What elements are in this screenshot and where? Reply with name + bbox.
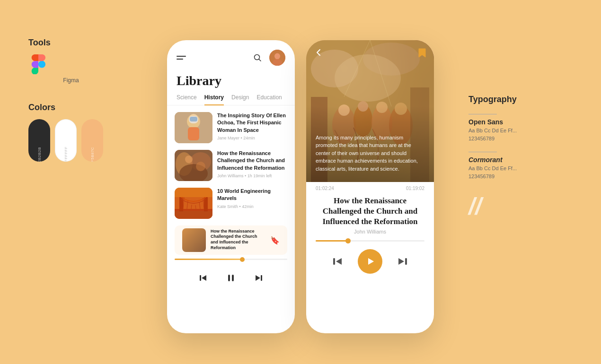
svg-point-16: [196, 162, 205, 171]
progress-dot: [240, 257, 245, 262]
progress-fill: [175, 259, 242, 260]
bridge-img: [175, 188, 212, 219]
svg-line-1: [259, 60, 261, 61]
svg-point-0: [255, 55, 260, 60]
tab-history[interactable]: History: [204, 94, 224, 105]
swatch-white: #FFFFFF: [55, 119, 77, 162]
slash-decoration: //: [468, 194, 573, 218]
player2-play-button[interactable]: [358, 249, 382, 274]
hamburger-icon[interactable]: [177, 56, 186, 60]
phone1-header: [167, 40, 295, 70]
item-thumb-1: [175, 112, 212, 143]
font-preview-cormorant: Aa Bb Cc Dd Ee Ff... 123456789: [468, 165, 573, 180]
item-meta-1: Jane Mayer • 24min: [217, 136, 287, 140]
now-playing-title: How the Renaissance Challenged the Churc…: [211, 229, 265, 251]
figma-label: Figma: [28, 77, 114, 84]
playing-progress: [167, 259, 295, 260]
font-item-cormorant: Cormorant Aa Bb Cc Dd Ee Ff... 123456789: [468, 152, 573, 180]
library-title: Library: [167, 70, 295, 94]
player2-next-button[interactable]: [398, 256, 408, 267]
colors-title: Colors: [28, 103, 114, 113]
svg-marker-51: [368, 258, 374, 265]
svg-point-38: [335, 54, 401, 102]
player-bookmark-icon[interactable]: [418, 48, 426, 58]
item-title-3: 10 World Engineering Marvels: [217, 188, 287, 202]
tab-science[interactable]: Science: [177, 94, 197, 105]
svg-marker-29: [202, 275, 206, 281]
search-icon[interactable]: [251, 52, 264, 64]
tools-title: Tools: [28, 38, 114, 48]
item-meta-3: Kate Smith • 42min: [217, 204, 287, 209]
left-panel: Tools Figma Colors #2B2B2B #FFFFFF: [28, 38, 114, 162]
item-info-3: 10 World Engineering Marvels Kate Smith …: [217, 188, 287, 209]
svg-marker-33: [256, 275, 260, 281]
color-swatches: #2B2B2B #FFFFFF #F5B87C: [28, 119, 114, 162]
astronaut-img: [175, 112, 212, 143]
player-controls: [167, 264, 295, 297]
font-name-cormorant: Cormorant: [468, 156, 573, 164]
phone-player: Among its many principles, humanism prom…: [306, 40, 434, 333]
next-button[interactable]: [255, 274, 263, 282]
swatch-golden: #F5B87C: [81, 119, 103, 162]
time-total: 01:19:02: [406, 186, 424, 191]
svg-rect-34: [261, 275, 262, 281]
player-progress-fill: [316, 240, 348, 242]
item-thumb-3: [175, 188, 212, 219]
now-playing-bar[interactable]: How the Renaissance Challenged the Churc…: [175, 225, 287, 255]
song-artist: John Williams: [306, 228, 434, 238]
list-item[interactable]: The Inspiring Story Of Ellen Ochoa, The …: [175, 112, 287, 143]
list-item[interactable]: How the Renaissance Challenged the Churc…: [175, 150, 287, 181]
now-playing-info: How the Renaissance Challenged the Churc…: [211, 229, 265, 252]
cover-art: Among its many principles, humanism prom…: [306, 40, 434, 182]
renaissance-img-small: [175, 150, 212, 181]
bookmark-icon[interactable]: 🔖: [270, 236, 280, 245]
font-divider: [468, 114, 497, 114]
library-tabs: Science History Design Education: [167, 94, 295, 105]
back-button[interactable]: [314, 48, 323, 57]
font-preview-opensans: Aa Bb Cc Dd Ee Ff... 123456789: [468, 127, 573, 142]
player-progress: [306, 238, 434, 243]
user-avatar[interactable]: [269, 50, 285, 66]
library-list: The Inspiring Story Of Ellen Ochoa, The …: [167, 112, 295, 225]
svg-point-15: [185, 156, 193, 163]
player2-prev-button[interactable]: [332, 256, 343, 267]
item-info-2: How the Renaissance Challenged the Churc…: [217, 150, 287, 178]
svg-rect-27: [175, 188, 212, 197]
svg-rect-10: [190, 117, 197, 121]
pause-button[interactable]: [221, 268, 241, 288]
item-thumb-2: [175, 150, 212, 181]
player-progress-bar[interactable]: [316, 240, 424, 242]
item-title-2: How the Renaissance Challenged the Churc…: [217, 150, 287, 172]
right-panel: Typography Open Sans Aa Bb Cc Dd Ee Ff..…: [468, 95, 573, 218]
svg-rect-50: [333, 258, 335, 265]
font-divider-2: [468, 152, 497, 152]
svg-marker-52: [398, 258, 404, 265]
font-name-opensans: Open Sans: [468, 118, 573, 126]
swatch-white-label: #FFFFFF: [64, 147, 68, 162]
player2-controls: [306, 246, 434, 283]
tools-section: Tools Figma: [28, 38, 114, 84]
swatch-dark: #2B2B2B: [28, 119, 50, 162]
svg-marker-49: [336, 258, 342, 265]
tab-education[interactable]: Education: [256, 94, 282, 105]
svg-rect-32: [232, 275, 234, 281]
svg-rect-7: [188, 127, 199, 140]
figma-logo: [28, 54, 48, 74]
now-playing-thumb: [182, 228, 206, 252]
svg-rect-31: [228, 275, 230, 281]
song-title: How the Renaissance Challenged the Churc…: [306, 193, 434, 228]
typography-title: Typography: [468, 95, 573, 104]
phone-library: Library Science History Design Education: [167, 40, 295, 333]
colors-section: Colors #2B2B2B #FFFFFF #F5B87C: [28, 103, 114, 162]
cover-quote: Among its many principles, humanism prom…: [316, 134, 424, 173]
tab-design[interactable]: Design: [231, 94, 249, 105]
svg-point-3: [274, 53, 280, 60]
item-info-1: The Inspiring Story Of Ellen Ochoa, The …: [217, 112, 287, 140]
svg-rect-30: [200, 275, 201, 281]
list-item[interactable]: 10 World Engineering Marvels Kate Smith …: [175, 188, 287, 219]
prev-button[interactable]: [199, 274, 207, 282]
phones-container: Library Science History Design Education: [167, 40, 434, 333]
item-title-1: The Inspiring Story Of Ellen Ochoa, The …: [217, 112, 287, 134]
progress-bar[interactable]: [175, 259, 287, 260]
item-meta-2: John Williams • 1h 19min left: [217, 173, 287, 178]
